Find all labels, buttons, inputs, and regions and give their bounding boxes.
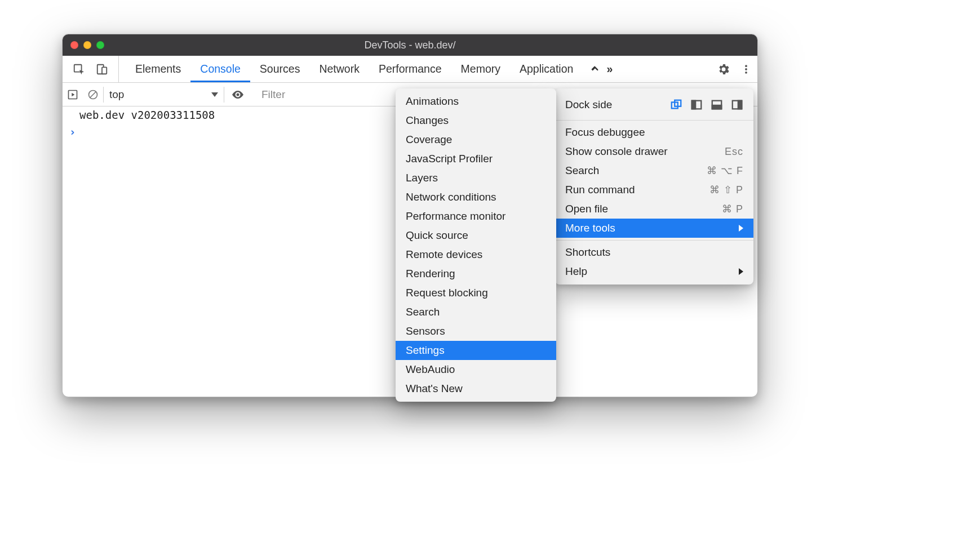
submenu-item-webaudio[interactable]: WebAudio	[396, 360, 556, 379]
menu-item-shortcuts[interactable]: Shortcuts	[555, 243, 753, 262]
tab-sources[interactable]: Sources	[250, 56, 310, 82]
menu-item-label: Focus debuggee	[565, 126, 645, 139]
minimize-window-button[interactable]	[83, 41, 91, 49]
submenu-item-search[interactable]: Search	[396, 303, 556, 322]
menu-divider	[555, 120, 753, 121]
svg-rect-16	[738, 101, 742, 109]
more-tools-submenu: AnimationsChangesCoverageJavaScript Prof…	[396, 88, 556, 402]
tab-performance[interactable]: Performance	[369, 56, 451, 82]
dock-side-label: Dock side	[565, 99, 612, 111]
window-title: DevTools - web.dev/	[63, 39, 757, 51]
menu-item-show-console-drawer[interactable]: Show console drawerEsc	[555, 142, 753, 161]
submenu-item-animations[interactable]: Animations	[396, 92, 556, 111]
device-toolbar-icon[interactable]	[96, 63, 108, 75]
menu-item-label: Search	[565, 165, 599, 177]
menu-divider	[555, 240, 753, 241]
menu-item-open-file[interactable]: Open file⌘ P	[555, 199, 753, 219]
submenu-item-network-conditions[interactable]: Network conditions	[396, 188, 556, 207]
dock-left-icon[interactable]	[690, 99, 703, 111]
submenu-arrow-icon	[739, 225, 743, 232]
svg-rect-14	[712, 105, 722, 109]
more-tabs-icon[interactable]: »	[600, 63, 619, 75]
chevron-down-icon	[211, 92, 218, 97]
tab-console[interactable]: Console	[190, 56, 250, 82]
submenu-item-sensors[interactable]: Sensors	[396, 322, 556, 341]
menu-shortcut: ⌘ P	[722, 203, 743, 215]
svg-line-8	[90, 92, 96, 97]
execution-context-label: top	[109, 88, 124, 101]
customize-menu: Dock side Focus debuggeeShow console dra…	[555, 88, 753, 285]
menu-item-label: Run command	[565, 184, 635, 196]
submenu-item-javascript-profiler[interactable]: JavaScript Profiler	[396, 149, 556, 168]
svg-rect-12	[692, 101, 695, 109]
menu-shortcut: ⌘ ⇧ P	[709, 184, 743, 196]
menu-item-focus-debuggee[interactable]: Focus debuggee	[555, 123, 753, 142]
traffic-lights	[70, 41, 104, 49]
dock-bottom-icon[interactable]	[711, 99, 723, 111]
submenu-item-performance-monitor[interactable]: Performance monitor	[396, 207, 556, 226]
menu-item-run-command[interactable]: Run command⌘ ⇧ P	[555, 180, 753, 199]
tab-application[interactable]: Application	[510, 56, 583, 82]
svg-point-4	[745, 68, 747, 70]
submenu-arrow-icon	[739, 268, 743, 275]
dock-undock-icon[interactable]	[670, 99, 682, 111]
menu-item-label: Open file	[565, 203, 608, 215]
menu-item-label: Help	[565, 265, 587, 278]
submenu-item-layers[interactable]: Layers	[396, 168, 556, 188]
svg-point-5	[745, 71, 747, 73]
menu-shortcut: Esc	[725, 146, 743, 158]
submenu-item-coverage[interactable]: Coverage	[396, 130, 556, 149]
tab-memory[interactable]: Memory	[451, 56, 510, 82]
title-bar: DevTools - web.dev/	[63, 34, 757, 56]
menu-item-search[interactable]: Search⌘ ⌥ F	[555, 161, 753, 180]
execution-context-select[interactable]: top	[103, 87, 224, 103]
settings-gear-icon[interactable]	[717, 63, 730, 76]
tab-network[interactable]: Network	[309, 56, 369, 82]
tab-bar: ElementsConsoleSourcesNetworkPerformance…	[63, 56, 757, 83]
tab-elements[interactable]: Elements	[126, 56, 190, 82]
zoom-window-button[interactable]	[96, 41, 104, 49]
submenu-item-changes[interactable]: Changes	[396, 111, 556, 130]
console-prompt-icon: ›	[69, 126, 76, 138]
submenu-item-what-s-new[interactable]: What's New	[396, 379, 556, 398]
svg-rect-2	[102, 67, 107, 74]
live-expression-eye-icon[interactable]	[231, 88, 245, 101]
inspect-element-icon[interactable]	[73, 63, 85, 75]
submenu-item-request-blocking[interactable]: Request blocking	[396, 283, 556, 303]
execution-context-play-icon[interactable]	[67, 89, 78, 100]
menu-item-label: Shortcuts	[565, 246, 610, 259]
menu-item-label: Show console drawer	[565, 145, 668, 158]
submenu-item-rendering[interactable]: Rendering	[396, 264, 556, 283]
submenu-item-settings[interactable]: Settings	[396, 341, 556, 360]
submenu-item-remote-devices[interactable]: Remote devices	[396, 245, 556, 264]
kebab-menu-icon[interactable]	[740, 63, 752, 76]
submenu-item-quick-source[interactable]: Quick source	[396, 226, 556, 245]
svg-point-3	[745, 65, 747, 67]
menu-shortcut: ⌘ ⌥ F	[707, 165, 743, 177]
dock-right-icon[interactable]	[731, 99, 743, 111]
menu-item-help[interactable]: Help	[555, 262, 753, 281]
dock-side-row: Dock side	[555, 92, 753, 118]
clear-console-icon[interactable]	[87, 89, 99, 100]
menu-item-more-tools[interactable]: More tools	[555, 219, 753, 238]
menu-item-label: More tools	[565, 222, 615, 234]
close-window-button[interactable]	[70, 41, 78, 49]
